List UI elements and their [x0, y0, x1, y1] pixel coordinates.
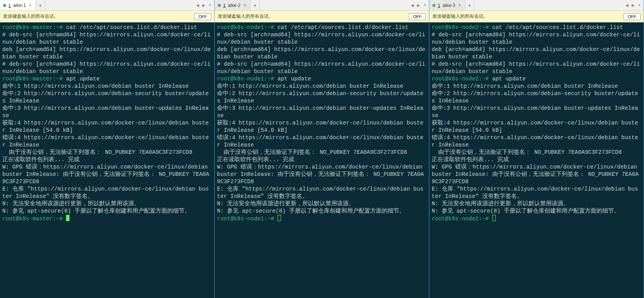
output-line: 命中:2 http://mirrors.aliyun.com/debian-se…	[432, 90, 638, 104]
tab-next-icon[interactable]: ▶	[630, 2, 636, 8]
output-line: 错误:4 https://mirrors.aliyun.com/docker-c…	[2, 135, 209, 148]
new-tab-button[interactable]: +	[251, 0, 260, 10]
cursor-icon	[492, 215, 496, 221]
cursor-icon	[278, 215, 281, 221]
output-line: W: GPG 错误：https://mirrors.aliyun.com/doc…	[217, 164, 426, 185]
tab-dropdown-icon[interactable]: ▼	[207, 3, 213, 8]
broadcast-bar: 发送键盘输入的所有会话。 OFF	[215, 11, 429, 22]
terminal-2[interactable]: root@k8s-node1:~# cat /etc/apt/sources.l…	[215, 22, 429, 298]
command: cat /etc/apt/sources.list.d/docker.list	[492, 24, 623, 31]
output-line: E: 仓库 "https://mirrors.aliyun.com/docker…	[217, 186, 424, 199]
output-line: W: GPG 错误：https://mirrors.aliyun.com/doc…	[432, 164, 641, 185]
tab-close-icon[interactable]: ×	[28, 3, 32, 8]
output-line: N: 无法安全地用该源进行更新，所以默认禁用该源。	[2, 201, 140, 207]
output-line: 命中:1 http://mirrors.aliyun.com/debian bu…	[217, 83, 403, 89]
output-line: E: 仓库 "https://mirrors.aliyun.com/docker…	[432, 186, 638, 199]
status-dot-icon	[432, 4, 436, 7]
tab-number: 1	[8, 3, 11, 8]
terminal-1[interactable]: root@k8s-master:~# cat /etc/apt/sources.…	[0, 22, 214, 298]
output-line: N: 参见 apt-secure(8) 手册以了解仓库创建和用户配置方面的细节。	[432, 208, 620, 214]
tab-dropdown-icon[interactable]: ▼	[422, 3, 427, 8]
broadcast-text: 发送键盘输入的所有会话。	[432, 13, 488, 20]
status-dot-icon	[3, 4, 6, 7]
cursor-icon	[66, 215, 69, 221]
pane-3: 1 aike-3 × + ◀ ▶ ▼ 发送键盘输入的所有会话。 OFF root…	[429, 0, 644, 298]
output-line: 获取:4 https://mirrors.aliyun.com/docker-c…	[2, 120, 209, 133]
tab-prev-icon[interactable]: ◀	[195, 2, 200, 8]
prompt: root@k8s-master:~#	[2, 24, 63, 31]
output-line: 获取:4 https://mirrors.aliyun.com/docker-c…	[217, 120, 424, 133]
broadcast-off-button[interactable]: OFF	[194, 13, 211, 20]
broadcast-text: 发送键盘输入的所有会话。	[218, 13, 273, 20]
output-line: # deb-src [arch=amd64] https://mirrors.a…	[432, 32, 640, 45]
broadcast-off-button[interactable]: OFF	[624, 13, 641, 20]
output-line: 由于没有公钥，无法验证下列签名： NO_PUBKEY 7EA0A9C3F273F…	[217, 149, 407, 155]
prompt: root@k8s-master:~#	[2, 216, 63, 222]
tab-next-icon[interactable]: ▶	[201, 2, 207, 8]
pane-1: 1 aike-1 × + ◀ ▶ ▼ 发送键盘输入的所有会话。 OFF root…	[0, 0, 215, 298]
terminal-3[interactable]: root@k8s-node2:~# cat /etc/apt/sources.l…	[429, 22, 644, 298]
prompt: root@k8s-node2:~#	[432, 24, 489, 31]
pane-2: 1 aike-2 × + ◀ ▶ ▼ 发送键盘输入的所有会话。 OFF root…	[215, 0, 429, 298]
tab-close-icon[interactable]: ×	[458, 3, 462, 8]
prompt: root@k8s-node1:~#	[217, 76, 274, 82]
output-line: 正在读取软件包列表... 完成	[432, 157, 509, 163]
output-line: deb [arch=amd64] https://mirrors.aliyun.…	[2, 46, 211, 60]
broadcast-off-button[interactable]: OFF	[409, 13, 426, 20]
output-line: 命中:3 http://mirrors.aliyun.com/debian bu…	[217, 105, 424, 119]
output-line: # deb-src [arch=amd64] https://mirrors.a…	[2, 32, 211, 45]
command: cat /etc/apt/sources.list.d/docker.list	[278, 24, 408, 31]
output-line: # deb-src [arch=amd64] https://mirrors.a…	[217, 61, 425, 75]
tab-nav: ◀ ▶ ▼	[195, 0, 214, 10]
broadcast-bar: 发送键盘输入的所有会话。 OFF	[0, 11, 214, 22]
output-line: 命中:3 http://mirrors.aliyun.com/debian bu…	[2, 105, 209, 119]
status-dot-icon	[218, 4, 221, 7]
output-line: 由于没有公钥，无法验证下列签名： NO_PUBKEY 7EA0A9C3F273F…	[432, 149, 622, 155]
tab-number: 1	[223, 3, 225, 8]
tab-close-icon[interactable]: ×	[243, 3, 247, 8]
output-line: 获取:4 https://mirrors.aliyun.com/docker-c…	[432, 120, 638, 133]
output-line: 正在读取软件包列表... 完成	[217, 157, 294, 163]
tab-aike-2[interactable]: 1 aike-2 ×	[215, 0, 251, 10]
output-line: N: 无法安全地用该源进行更新，所以默认禁用该源。	[432, 201, 569, 207]
new-tab-button[interactable]: +	[465, 0, 475, 10]
output-line: 正在读取软件包列表... 完成	[2, 157, 80, 163]
prompt: root@k8s-node1:~#	[217, 24, 274, 31]
output-line: N: 参见 apt-secure(8) 手册以了解仓库创建和用户配置方面的细节。	[217, 208, 405, 214]
output-line: # deb-src [arch=amd64] https://mirrors.a…	[217, 32, 425, 45]
tab-label: aike-3	[442, 3, 455, 8]
output-line: deb [arch=amd64] https://mirrors.aliyun.…	[217, 46, 425, 60]
prompt: root@k8s-master:~#	[2, 76, 63, 82]
tab-dropdown-icon[interactable]: ▼	[637, 3, 642, 8]
output-line: # deb-src [arch=amd64] https://mirrors.a…	[2, 61, 211, 75]
output-line: 错误:4 https://mirrors.aliyun.com/docker-c…	[432, 135, 638, 148]
tab-label: aike-1	[13, 3, 26, 8]
tab-prev-icon[interactable]: ◀	[624, 2, 630, 8]
prompt: root@k8s-node2:~#	[432, 76, 489, 82]
output-line: N: 无法安全地用该源进行更新，所以默认禁用该源。	[217, 201, 354, 207]
tab-aike-1[interactable]: 1 aike-1 ×	[0, 0, 36, 10]
tabbar: 1 aike-2 × + ◀ ▶ ▼	[215, 0, 429, 11]
output-line: N: 参见 apt-secure(8) 手册以了解仓库创建和用户配置方面的细节。	[2, 208, 190, 214]
tab-nav: ◀ ▶ ▼	[624, 0, 644, 10]
output-line: 由于没有公钥，无法验证下列签名： NO_PUBKEY 7EA0A9C3F273F…	[2, 149, 192, 155]
output-line: 命中:1 http://mirrors.aliyun.com/debian bu…	[2, 83, 188, 89]
tab-prev-icon[interactable]: ◀	[410, 2, 415, 8]
tab-label: aike-2	[228, 3, 241, 8]
output-line: 命中:3 http://mirrors.aliyun.com/debian bu…	[432, 105, 638, 119]
output-line: 命中:1 http://mirrors.aliyun.com/debian bu…	[432, 83, 618, 89]
tabbar: 1 aike-3 × + ◀ ▶ ▼	[429, 0, 644, 11]
output-line: deb [arch=amd64] https://mirrors.aliyun.…	[432, 46, 640, 60]
broadcast-text: 发送键盘输入的所有会话。	[3, 13, 59, 20]
tab-aike-3[interactable]: 1 aike-3 ×	[429, 0, 465, 10]
command: apt update	[274, 76, 311, 82]
tab-next-icon[interactable]: ▶	[416, 2, 421, 8]
new-tab-button[interactable]: +	[36, 0, 45, 10]
output-line: E: 仓库 "https://mirrors.aliyun.com/docker…	[2, 186, 209, 199]
output-line: W: GPG 错误：https://mirrors.aliyun.com/doc…	[2, 164, 211, 185]
broadcast-bar: 发送键盘输入的所有会话。 OFF	[429, 11, 644, 22]
tab-nav: ◀ ▶ ▼	[410, 0, 429, 10]
output-line: 错误:4 https://mirrors.aliyun.com/docker-c…	[217, 135, 424, 148]
prompt: root@k8s-node1:~#	[217, 216, 274, 222]
output-line: 命中:2 http://mirrors.aliyun.com/debian-se…	[2, 90, 209, 104]
